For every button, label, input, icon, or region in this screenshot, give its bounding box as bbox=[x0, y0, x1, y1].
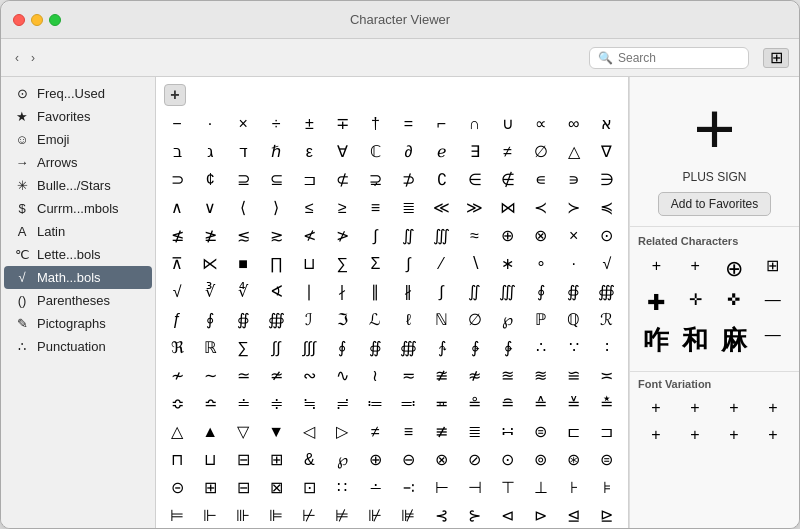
char-cell[interactable]: ℚ bbox=[557, 306, 590, 334]
char-cell[interactable]: ⊙ bbox=[491, 446, 524, 474]
char-cell[interactable]: ¢ bbox=[194, 166, 227, 194]
char-cell[interactable]: ∼ bbox=[194, 362, 227, 390]
char-cell[interactable]: ∦ bbox=[392, 278, 425, 306]
char-cell[interactable]: ∯ bbox=[557, 278, 590, 306]
char-cell[interactable]: ⊦ bbox=[557, 474, 590, 502]
char-cell[interactable]: ⟨ bbox=[227, 194, 260, 222]
sidebar-item-currency[interactable]: $ Currm...mbols bbox=[4, 197, 152, 220]
sidebar-item-punctuation[interactable]: ∴ Punctuation bbox=[4, 335, 152, 358]
char-cell[interactable]: ε bbox=[293, 138, 326, 166]
char-cell[interactable]: ∑ bbox=[326, 250, 359, 278]
char-cell[interactable]: ⋈ bbox=[491, 194, 524, 222]
minimize-button[interactable] bbox=[31, 14, 43, 26]
char-cell[interactable]: ▽ bbox=[227, 418, 260, 446]
char-cell[interactable]: ⊏ bbox=[557, 418, 590, 446]
related-char[interactable]: ✛ bbox=[677, 287, 714, 319]
char-cell[interactable]: ⊼ bbox=[161, 250, 194, 278]
char-cell[interactable]: ≪ bbox=[425, 194, 458, 222]
char-cell[interactable]: ∢ bbox=[260, 278, 293, 306]
char-cell[interactable]: ∥ bbox=[359, 278, 392, 306]
char-cell[interactable]: ∬ bbox=[392, 222, 425, 250]
char-cell[interactable]: ∳ bbox=[491, 334, 524, 362]
char-cell[interactable]: ⊧ bbox=[590, 474, 623, 502]
char-cell[interactable]: △ bbox=[161, 418, 194, 446]
char-cell[interactable]: ℝ bbox=[194, 334, 227, 362]
char-cell[interactable]: ⌐ bbox=[425, 110, 458, 138]
related-char[interactable]: 咋 bbox=[638, 322, 675, 359]
char-cell[interactable]: ⊖ bbox=[392, 446, 425, 474]
char-cell[interactable]: ≣ bbox=[458, 418, 491, 446]
char-cell[interactable]: ≱ bbox=[194, 222, 227, 250]
sidebar-item-letterlike[interactable]: ℃ Lette...bols bbox=[4, 243, 152, 266]
char-cell[interactable]: ℙ bbox=[524, 306, 557, 334]
char-cell[interactable]: ∨ bbox=[194, 194, 227, 222]
char-cell[interactable]: ∀ bbox=[326, 138, 359, 166]
char-cell[interactable]: ∕ bbox=[425, 250, 458, 278]
sidebar-item-arrows[interactable]: → Arrows bbox=[4, 151, 152, 174]
related-char[interactable]: — bbox=[754, 322, 791, 359]
char-cell[interactable]: ∝ bbox=[524, 110, 557, 138]
char-cell[interactable]: ≐ bbox=[227, 390, 260, 418]
char-cell[interactable]: ≻ bbox=[557, 194, 590, 222]
char-cell[interactable]: ≡ bbox=[392, 418, 425, 446]
char-cell[interactable]: ⊋ bbox=[359, 166, 392, 194]
char-cell[interactable]: ⊢ bbox=[425, 474, 458, 502]
char-cell[interactable]: ≚ bbox=[557, 390, 590, 418]
char-cell[interactable]: ג bbox=[194, 138, 227, 166]
char-cell[interactable]: ∫∫ bbox=[260, 334, 293, 362]
sidebar-item-math-bolds[interactable]: √ Math...bols bbox=[4, 266, 152, 289]
char-cell[interactable]: ∮ bbox=[524, 278, 557, 306]
close-button[interactable] bbox=[13, 14, 25, 26]
char-cell[interactable]: ≕ bbox=[392, 390, 425, 418]
maximize-button[interactable] bbox=[49, 14, 61, 26]
char-cell[interactable]: ▼ bbox=[260, 418, 293, 446]
char-cell[interactable]: ∰ bbox=[590, 278, 623, 306]
char-cell[interactable]: ÷ bbox=[260, 110, 293, 138]
font-var-char[interactable]: + bbox=[716, 396, 752, 420]
char-cell[interactable]: ≢ bbox=[425, 418, 458, 446]
char-cell[interactable]: ∤ bbox=[326, 278, 359, 306]
related-char[interactable]: 和 bbox=[677, 322, 714, 359]
char-cell[interactable]: ≥ bbox=[326, 194, 359, 222]
char-cell[interactable]: ℛ bbox=[590, 306, 623, 334]
char-cell[interactable]: ∯ bbox=[227, 306, 260, 334]
char-cell[interactable]: ⊞ bbox=[260, 446, 293, 474]
char-cell[interactable]: ≠ bbox=[359, 418, 392, 446]
related-char[interactable]: 麻 bbox=[716, 322, 753, 359]
char-cell[interactable]: ⊝ bbox=[161, 474, 194, 502]
char-cell[interactable]: ⊬ bbox=[293, 502, 326, 529]
char-cell[interactable]: ℑ bbox=[326, 306, 359, 334]
char-cell[interactable]: ≯ bbox=[326, 222, 359, 250]
add-category-button[interactable]: + bbox=[164, 84, 186, 106]
char-cell[interactable]: ∩ bbox=[458, 110, 491, 138]
char-cell[interactable]: ∜ bbox=[227, 278, 260, 306]
char-cell[interactable]: Σ bbox=[359, 250, 392, 278]
char-cell[interactable]: ⊯ bbox=[392, 502, 425, 529]
char-cell[interactable]: ⊫ bbox=[260, 502, 293, 529]
char-cell[interactable]: ∭ bbox=[425, 222, 458, 250]
char-cell[interactable]: ≄ bbox=[260, 362, 293, 390]
related-char[interactable]: + bbox=[677, 253, 714, 285]
char-cell[interactable]: ⊟ bbox=[227, 474, 260, 502]
char-cell[interactable]: ⊨ bbox=[161, 502, 194, 529]
char-cell[interactable]: ∁ bbox=[425, 166, 458, 194]
char-cell[interactable]: ⊜ bbox=[524, 418, 557, 446]
back-button[interactable]: ‹ bbox=[11, 49, 23, 67]
char-cell[interactable]: √ bbox=[590, 250, 623, 278]
char-cell[interactable]: ≊ bbox=[491, 362, 524, 390]
char-cell[interactable]: ⊰ bbox=[425, 502, 458, 529]
char-cell[interactable]: ≎ bbox=[161, 390, 194, 418]
char-cell[interactable]: ⊕ bbox=[491, 222, 524, 250]
char-cell[interactable]: ∸ bbox=[359, 474, 392, 502]
forward-button[interactable]: › bbox=[27, 49, 39, 67]
sidebar-item-pictographs[interactable]: ✎ Pictographs bbox=[4, 312, 152, 335]
char-cell[interactable]: ≰ bbox=[161, 222, 194, 250]
char-cell[interactable]: ∭ bbox=[491, 278, 524, 306]
char-cell[interactable]: ⊱ bbox=[458, 502, 491, 529]
char-cell[interactable]: ≃ bbox=[227, 362, 260, 390]
char-cell[interactable]: √ bbox=[161, 278, 194, 306]
font-var-char[interactable]: + bbox=[638, 423, 674, 447]
char-cell[interactable]: ≤ bbox=[293, 194, 326, 222]
sidebar-item-bullets-stars[interactable]: ✳ Bulle.../Stars bbox=[4, 174, 152, 197]
char-cell[interactable]: × bbox=[557, 222, 590, 250]
